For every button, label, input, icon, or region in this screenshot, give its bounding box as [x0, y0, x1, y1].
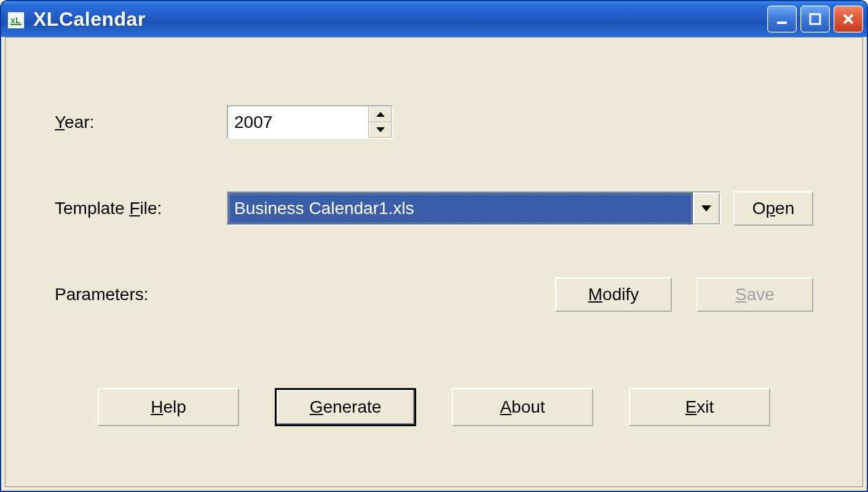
year-spin-down[interactable]: [369, 122, 392, 138]
year-label: Year:: [55, 113, 227, 132]
svg-marker-9: [376, 127, 385, 132]
close-icon: [842, 12, 855, 26]
window-controls: [767, 6, 863, 33]
save-button: Save: [696, 277, 813, 312]
year-spinner: [368, 105, 393, 139]
modify-button[interactable]: Modify: [555, 277, 672, 312]
template-label: Template File:: [55, 199, 227, 218]
svg-rect-4: [777, 22, 787, 24]
svg-marker-10: [701, 205, 711, 212]
window-title: XLCalendar: [33, 8, 767, 31]
year-row: Year: 2007: [55, 105, 813, 139]
template-combobox[interactable]: Business Calendar1.xls: [227, 191, 721, 226]
app-icon: x L: [7, 12, 25, 29]
parameters-row: Parameters: Modify Save: [55, 277, 813, 312]
maximize-button[interactable]: [800, 6, 830, 33]
client-area: Year: 2007 Templat: [5, 37, 863, 487]
template-dropdown-button[interactable]: [693, 192, 720, 224]
open-button[interactable]: Open: [733, 191, 813, 226]
svg-rect-5: [810, 14, 820, 24]
exit-button[interactable]: Exit: [629, 388, 770, 426]
template-row: Template File: Business Calendar1.xls Op…: [55, 191, 813, 226]
year-spin-up[interactable]: [369, 106, 392, 122]
chevron-down-icon: [701, 205, 711, 212]
maximize-icon: [808, 12, 822, 26]
minimize-button[interactable]: [767, 6, 797, 33]
minimize-icon: [775, 12, 789, 26]
help-button[interactable]: Help: [98, 388, 239, 426]
titlebar: x L XLCalendar: [1, 1, 867, 37]
svg-marker-8: [376, 112, 385, 117]
triangle-up-icon: [376, 112, 385, 117]
svg-text:x: x: [10, 15, 15, 25]
about-button[interactable]: About: [452, 388, 593, 426]
year-input[interactable]: 2007: [227, 105, 368, 139]
close-button[interactable]: [834, 6, 863, 33]
template-selected-value: Business Calendar1.xls: [228, 192, 693, 224]
bottom-button-row: Help Generate About Exit: [98, 388, 770, 426]
svg-text:L: L: [15, 15, 21, 25]
generate-button[interactable]: Generate: [275, 388, 416, 426]
app-window: x L XLCalendar: [0, 0, 868, 492]
triangle-down-icon: [376, 127, 385, 132]
parameters-label: Parameters:: [55, 285, 227, 304]
